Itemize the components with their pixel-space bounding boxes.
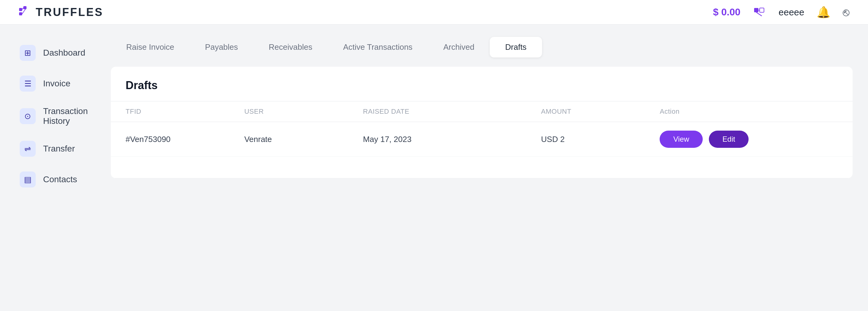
notifications-icon[interactable]: 🔔 [816,6,831,19]
table-row: #Ven753090 Venrate May 17, 2023 USD 2 Vi… [111,122,852,157]
svg-rect-0 [19,8,22,11]
cell-actions: View Edit [660,131,838,148]
transaction-history-icon: ⊙ [20,108,36,124]
col-tfid: TFID [126,108,244,115]
invoice-icon: ☰ [20,76,36,92]
sidebar-label-transaction-history: Transaction History [43,106,88,126]
sidebar-label-transfer: Transfer [43,144,75,154]
tab-raise-invoice[interactable]: Raise Invoice [111,37,190,58]
col-raised-date: RAISED DATE [363,108,541,115]
logout-icon[interactable]: ⎋ [843,6,849,19]
edit-button[interactable]: Edit [709,131,749,148]
tab-drafts[interactable]: Drafts [490,37,542,58]
svg-rect-5 [754,8,758,12]
table-empty-row [111,157,852,178]
drafts-table: TFID USER RAISED DATE AMOUNT Action #Ven… [111,101,852,178]
svg-rect-6 [760,8,764,12]
sidebar-label-invoice: Invoice [43,79,70,89]
top-navigation: TRUFFLES $ 0.00 eeeee 🔔 ⎋ [0,0,868,25]
dashboard-icon: ⊞ [20,45,36,61]
sidebar: ⊞ Dashboard ☰ Invoice ⊙ Transaction Hist… [0,25,95,311]
username-display: eeeee [779,7,804,18]
col-amount: AMOUNT [541,108,660,115]
tab-payables[interactable]: Payables [190,37,253,58]
tab-archived[interactable]: Archived [428,37,490,58]
sidebar-item-transfer[interactable]: ⇌ Transfer [5,134,91,164]
app-name: TRUFFLES [36,6,103,19]
drafts-card: Drafts TFID USER RAISED DATE AMOUNT Acti… [111,67,852,178]
svg-rect-2 [19,12,22,15]
card-header: Drafts [111,67,852,101]
topnav-right: $ 0.00 eeeee 🔔 ⎋ [713,5,849,19]
page-layout: ⊞ Dashboard ☰ Invoice ⊙ Transaction Hist… [0,25,868,311]
cell-tfid: #Ven753090 [126,135,244,144]
transfer-icon: ⇌ [20,141,36,157]
cell-amount: USD 2 [541,135,660,144]
user-icon [753,5,767,19]
tab-bar: Raise Invoice Payables Receivables Activ… [111,37,852,58]
cell-raised-date: May 17, 2023 [363,135,541,144]
logo-icon [19,5,32,19]
main-content: Raise Invoice Payables Receivables Activ… [95,25,868,311]
sidebar-label-contacts: Contacts [43,175,77,184]
sidebar-item-invoice[interactable]: ☰ Invoice [5,69,91,98]
sidebar-item-dashboard[interactable]: ⊞ Dashboard [5,38,91,68]
balance-display: $ 0.00 [713,6,741,18]
card-title: Drafts [126,79,838,92]
svg-line-3 [22,8,23,9]
table-header: TFID USER RAISED DATE AMOUNT Action [111,101,852,122]
col-action: Action [660,108,838,115]
logo: TRUFFLES [19,5,103,19]
svg-line-8 [756,12,762,16]
tab-active-transactions[interactable]: Active Transactions [328,37,428,58]
contacts-icon: ▤ [20,171,36,187]
sidebar-item-transaction-history[interactable]: ⊙ Transaction History [5,100,91,133]
col-user: USER [244,108,363,115]
view-button[interactable]: View [660,131,703,148]
tab-receivables[interactable]: Receivables [253,37,328,58]
sidebar-item-contacts[interactable]: ▤ Contacts [5,165,91,194]
cell-user: Venrate [244,135,363,144]
sidebar-label-dashboard: Dashboard [43,48,85,58]
